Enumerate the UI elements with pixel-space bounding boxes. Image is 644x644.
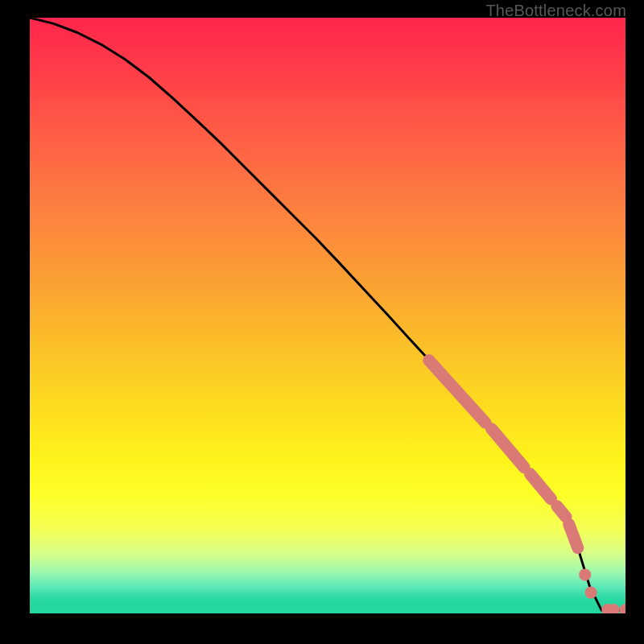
plot-area	[30, 18, 625, 613]
gradient-background	[30, 18, 625, 613]
attribution-text: TheBottleneck.com	[485, 2, 626, 20]
